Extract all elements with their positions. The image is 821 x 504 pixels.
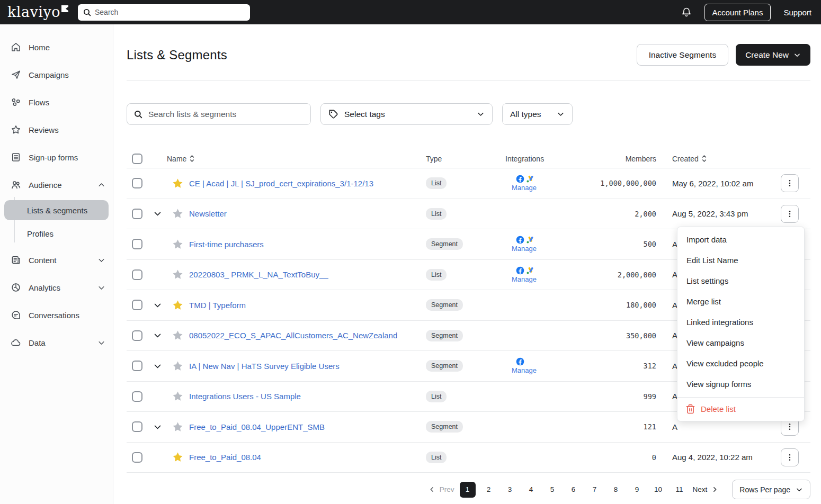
manage-integrations-link[interactable]: Manage: [512, 245, 593, 253]
expand-row-button[interactable]: [153, 422, 162, 431]
favorite-star-icon[interactable]: [172, 177, 184, 190]
sort-icon[interactable]: [189, 155, 195, 163]
row-checkbox[interactable]: [132, 239, 142, 249]
pagination-page-4[interactable]: 4: [523, 482, 539, 498]
menu-item-import-data[interactable]: Import data: [677, 229, 804, 250]
expand-row-button[interactable]: [153, 331, 162, 340]
row-checkbox[interactable]: [132, 361, 142, 371]
list-name-link[interactable]: 08052022_ECO_S_APAC_AllCustomers_AC_NewZ…: [188, 331, 426, 340]
sidebar-item-conversations[interactable]: Conversations: [0, 306, 113, 324]
row-checkbox[interactable]: [132, 300, 142, 310]
sidebar-item-label: Conversations: [29, 311, 79, 320]
pagination-page-9[interactable]: 9: [629, 482, 645, 498]
sidebar-item-profiles[interactable]: Profiles: [4, 223, 109, 244]
row-checkbox[interactable]: [132, 269, 142, 280]
sidebar-item-analytics[interactable]: Analytics: [0, 278, 113, 296]
menu-item-list-settings[interactable]: List settings: [677, 271, 804, 291]
sidebar-item-campaigns[interactable]: Campaigns: [0, 66, 113, 84]
row-checkbox[interactable]: [132, 421, 142, 432]
star-icon[interactable]: [172, 208, 184, 220]
manage-integrations-link[interactable]: Manage: [512, 184, 593, 192]
list-name-link[interactable]: CE | Acad | JL | SJ_prod_cert_expiration…: [188, 179, 426, 188]
create-new-button[interactable]: Create New: [736, 44, 810, 66]
account-plans-button[interactable]: Account Plans: [704, 4, 771, 21]
star-outline-icon: [11, 124, 21, 135]
pagination-page-11[interactable]: 11: [672, 482, 688, 498]
pagination-page-5[interactable]: 5: [545, 482, 560, 498]
star-icon[interactable]: [172, 360, 184, 372]
menu-item-merge-list[interactable]: Merge list: [677, 291, 804, 312]
pagination-next-button[interactable]: Next: [693, 485, 719, 493]
pagination-page-10[interactable]: 10: [650, 482, 666, 498]
rows-per-page-dropdown[interactable]: Rows Per page: [732, 480, 810, 499]
list-name-link[interactable]: TMD | Typeform: [188, 301, 426, 310]
star-icon[interactable]: [172, 329, 184, 341]
support-link[interactable]: Support: [783, 8, 811, 17]
menu-item-view-campaigns[interactable]: View campaigns: [677, 332, 804, 353]
global-search-input[interactable]: [78, 4, 250, 21]
list-name-link[interactable]: Integrations Users - US Sample: [188, 392, 426, 401]
row-actions-kebab-button[interactable]: [781, 205, 799, 223]
expand-row-button[interactable]: [153, 362, 162, 371]
list-name-link[interactable]: Free_to_Paid_08.04_UpperENT_SMB: [188, 422, 426, 431]
sidebar-item-reviews[interactable]: Reviews: [0, 121, 113, 139]
expand-row-button[interactable]: [153, 301, 162, 310]
menu-item-edit-list-name[interactable]: Edit List Name: [677, 250, 804, 271]
type-filter-dropdown[interactable]: All types: [502, 103, 573, 125]
members-count: 999: [593, 392, 662, 401]
select-all-checkbox[interactable]: [132, 154, 142, 164]
sidebar-item-flows[interactable]: Flows: [0, 93, 113, 111]
list-name-link[interactable]: IA | New Nav | HaTS Survey Eligible User…: [188, 362, 426, 371]
list-search-input[interactable]: [127, 103, 311, 125]
sidebar-item-content[interactable]: Content: [0, 251, 113, 269]
pagination-page-6[interactable]: 6: [566, 482, 582, 498]
star-icon[interactable]: [172, 421, 184, 433]
chat-icon: [11, 310, 21, 320]
expand-row-button[interactable]: [153, 209, 162, 218]
sidebar-item-lists-segments[interactable]: Lists & segments: [4, 200, 109, 220]
menu-item-view-signup-forms[interactable]: View signup forms: [677, 374, 804, 394]
row-checkbox[interactable]: [132, 330, 142, 341]
list-name-link[interactable]: Newsletter: [188, 209, 426, 218]
sidebar-item-home[interactable]: Home: [0, 38, 113, 56]
menu-item-linked-integrations[interactable]: Linked integrations: [677, 312, 804, 332]
star-icon[interactable]: [172, 390, 184, 402]
sidebar-item-sign-up-forms[interactable]: Sign-up forms: [0, 148, 113, 166]
rows-per-page-label: Rows Per page: [739, 485, 790, 494]
pagination-page-7[interactable]: 7: [587, 482, 603, 498]
column-header-type: Type: [426, 155, 442, 163]
favorite-star-icon[interactable]: [172, 451, 184, 463]
sidebar-item-data[interactable]: Data: [0, 334, 113, 352]
facebook-icon: [516, 266, 524, 275]
list-name-link[interactable]: First-time purchasers: [188, 240, 426, 249]
manage-integrations-link[interactable]: Manage: [512, 366, 593, 374]
menu-item-view-excluded-people[interactable]: View excluded people: [677, 353, 804, 374]
pagination-page-3[interactable]: 3: [502, 482, 518, 498]
list-name-link[interactable]: 20220803_ PRMK_L_NA_TextToBuy__: [188, 270, 426, 279]
row-checkbox[interactable]: [132, 391, 142, 402]
notifications-bell-button[interactable]: [681, 7, 692, 17]
send-icon: [11, 69, 21, 80]
pagination-prev-button[interactable]: Prev: [429, 485, 454, 493]
row-actions-kebab-button[interactable]: [781, 174, 799, 192]
star-icon[interactable]: [172, 268, 184, 281]
select-tags-dropdown[interactable]: Select tags: [320, 103, 493, 125]
pagination-page-8[interactable]: 8: [608, 482, 624, 498]
manage-integrations-link[interactable]: Manage: [512, 275, 593, 283]
list-name-link[interactable]: Free_to_Paid_08.04: [188, 453, 426, 462]
sidebar-item-audience[interactable]: Audience: [0, 176, 113, 194]
pagination-page-2[interactable]: 2: [481, 482, 497, 498]
sort-icon[interactable]: [701, 155, 707, 163]
row-checkbox[interactable]: [132, 178, 142, 188]
row-actions-kebab-button[interactable]: [781, 448, 799, 466]
star-icon[interactable]: [172, 238, 184, 250]
column-header-name[interactable]: Name: [167, 155, 186, 163]
row-checkbox[interactable]: [132, 452, 142, 463]
delete-list-menu-item[interactable]: Delete list: [677, 397, 804, 421]
inactive-segments-button[interactable]: Inactive Segments: [637, 44, 729, 66]
row-checkbox[interactable]: [132, 209, 142, 219]
klaviyo-logo[interactable]: klaviyo: [7, 3, 68, 22]
favorite-star-icon[interactable]: [172, 299, 184, 311]
column-header-created[interactable]: Created: [672, 155, 699, 163]
pagination-page-1[interactable]: 1: [460, 482, 476, 498]
